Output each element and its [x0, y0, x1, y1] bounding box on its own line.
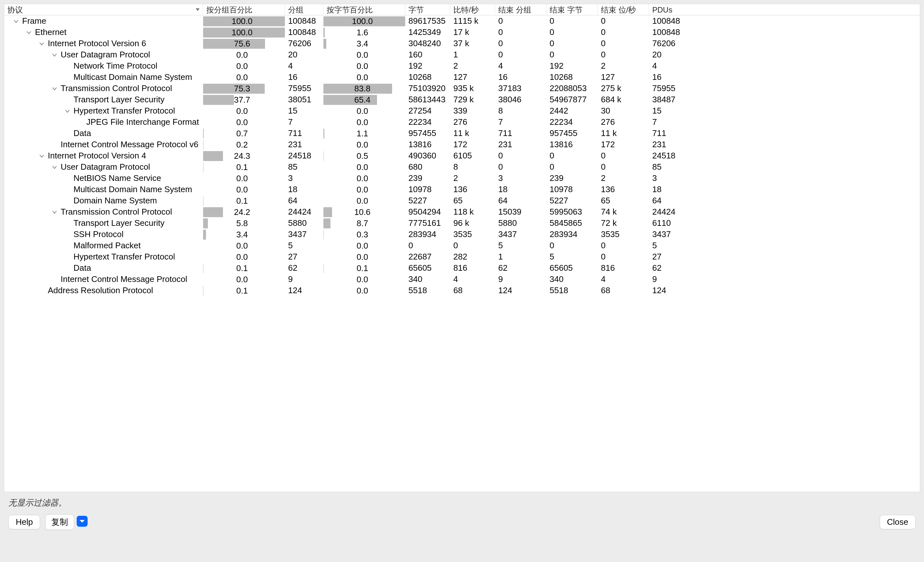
pct-bytes-cell: 1.6 [323, 28, 405, 37]
table-row[interactable]: Malformed Packet0.050.0005005 [4, 240, 920, 251]
disclosure-triangle-icon[interactable] [52, 209, 57, 215]
end-packets-cell: 5 [495, 240, 546, 251]
end-bytes-cell: 5845865 [546, 217, 598, 229]
table-row[interactable]: Network Time Protocol0.040.01922419224 [4, 60, 920, 72]
table-row[interactable]: Internet Protocol Version 675.6762063.43… [4, 38, 920, 49]
pct-packets-cell: 75.6 [203, 39, 285, 49]
pct-bytes-cell: 83.8 [323, 84, 405, 94]
pct-bytes-cell: 0.0 [323, 50, 405, 60]
pct-bytes-cell: 3.4 [323, 39, 405, 49]
disclosure-triangle-icon [64, 220, 70, 226]
pdus-cell: 6110 [649, 217, 700, 229]
protocol-name: Transmission Control Protocol [61, 207, 172, 217]
end-bps-cell: 2 [598, 60, 649, 72]
column-header-bps[interactable]: 比特/秒 [450, 4, 495, 15]
table-row[interactable]: Data0.1620.165605816626560581662 [4, 262, 920, 274]
table-row[interactable]: Internet Control Message Protocol0.090.0… [4, 274, 920, 285]
disclosure-triangle-icon [64, 63, 70, 69]
end-bytes-cell: 10268 [546, 72, 598, 83]
table-row[interactable]: Hypertext Transfer Protocol0.0150.027254… [4, 105, 920, 117]
percent-text: 0.0 [203, 106, 281, 116]
help-button[interactable]: Help [8, 515, 40, 529]
pct-bytes-cell: 0.0 [323, 252, 405, 262]
table-row[interactable]: Hypertext Transfer Protocol0.0270.022687… [4, 251, 920, 262]
table-row[interactable]: Multicast Domain Name System0.0160.01026… [4, 72, 920, 83]
table-row[interactable]: Transmission Control Protocol75.37595583… [4, 83, 920, 94]
end-bps-cell: 0 [598, 38, 649, 49]
disclosure-triangle-icon[interactable] [39, 41, 45, 46]
protocol-name: Hypertext Transfer Protocol [74, 106, 175, 116]
end-bytes-cell: 0 [546, 38, 598, 49]
column-header-end-bps[interactable]: 结束 位/秒 [598, 4, 649, 15]
table-row[interactable]: Ethernet100.01008481.6142534917 k0001008… [4, 27, 920, 38]
table-row[interactable]: Frame100.0100848100.0896175351115 k00010… [4, 15, 920, 27]
table-row[interactable]: Transmission Control Protocol24.22442410… [4, 206, 920, 217]
bytes-cell: 7775161 [405, 217, 450, 229]
pdus-cell: 7 [649, 117, 700, 128]
copy-dropdown-button[interactable] [76, 516, 88, 527]
disclosure-triangle-icon[interactable] [39, 153, 45, 159]
disclosure-triangle-icon[interactable] [13, 18, 19, 24]
disclosure-triangle-icon[interactable] [26, 30, 32, 35]
packets-cell: 100848 [285, 27, 323, 38]
column-header-packets[interactable]: 分组 [285, 4, 323, 15]
column-header-pct-bytes[interactable]: 按字节百分比 [323, 4, 405, 15]
end-bps-cell: 0 [598, 27, 649, 38]
table-row[interactable]: Domain Name System0.1640.052276564522765… [4, 195, 920, 206]
packets-cell: 24518 [285, 150, 323, 161]
disclosure-triangle-icon[interactable] [52, 164, 57, 170]
pct-bytes-cell: 10.6 [323, 207, 405, 217]
percent-text: 0.0 [203, 72, 281, 82]
end-packets-cell: 38046 [495, 94, 546, 105]
end-bytes-cell: 0 [546, 240, 598, 251]
disclosure-triangle-icon[interactable] [64, 108, 70, 114]
bps-cell: 11 k [450, 128, 495, 139]
protocol-name: Malformed Packet [74, 241, 141, 250]
table-row[interactable]: Internet Protocol Version 424.3245180.54… [4, 150, 920, 161]
close-button[interactable]: Close [880, 515, 916, 529]
column-header-bytes[interactable]: 字节 [405, 4, 450, 15]
column-header-protocol[interactable]: 协议 [4, 4, 203, 15]
table-row[interactable]: Data0.77111.195745511 k71195745511 k711 [4, 128, 920, 139]
bps-cell: 2 [450, 172, 495, 184]
bps-cell: 8 [450, 161, 495, 172]
table-row[interactable]: Address Resolution Protocol0.11240.05518… [4, 285, 920, 296]
copy-button[interactable]: 复制 [45, 514, 74, 530]
percent-text: 0.0 [203, 61, 281, 71]
disclosure-triangle-icon[interactable] [52, 52, 57, 58]
table-row[interactable]: JPEG File Interchange Format0.070.022234… [4, 117, 920, 128]
table-row[interactable]: Internet Control Message Protocol v60.22… [4, 139, 920, 150]
filter-status-text: 无显示过滤器。 [4, 492, 920, 511]
end-bps-cell: 65 [598, 195, 649, 206]
table-row[interactable]: NetBIOS Name Service0.030.02392323923 [4, 172, 920, 184]
table-row[interactable]: Multicast Domain Name System0.0180.01097… [4, 184, 920, 195]
end-bps-cell: 127 [598, 72, 649, 83]
pdus-cell: 16 [649, 72, 700, 83]
packets-cell: 38051 [285, 94, 323, 105]
protocol-name: User Datagram Protocol [61, 50, 150, 60]
percent-text: 8.7 [323, 219, 401, 228]
column-header-pct-packets[interactable]: 按分组百分比 [203, 4, 285, 15]
column-header-end-packets[interactable]: 结束 分组 [495, 4, 546, 15]
disclosure-triangle-icon[interactable] [52, 85, 57, 91]
column-header-end-bytes[interactable]: 结束 字节 [546, 4, 598, 15]
disclosure-triangle-icon [64, 232, 70, 237]
percent-text: 75.3 [203, 84, 281, 94]
protocol-name: Address Resolution Protocol [48, 285, 153, 295]
bps-cell: 816 [450, 262, 495, 274]
table-row[interactable]: Transport Layer Security5.858808.7777516… [4, 217, 920, 229]
bytes-cell: 13816 [405, 139, 450, 150]
table-row[interactable]: User Datagram Protocol0.0200.0160100020 [4, 49, 920, 60]
protocol-hierarchy-table[interactable]: 协议 按分组百分比 分组 按字节百分比 字节 比特/秒 结束 分组 结束 字节 … [4, 4, 920, 492]
table-row[interactable]: SSH Protocol3.434370.3283934353534372839… [4, 229, 920, 240]
table-row[interactable]: User Datagram Protocol0.1850.0680800085 [4, 161, 920, 172]
column-header-pdus[interactable]: PDUs [649, 4, 700, 15]
pct-bytes-cell: 0.0 [323, 117, 405, 127]
packets-cell: 24424 [285, 206, 323, 217]
end-packets-cell: 0 [495, 150, 546, 161]
bps-cell: 2 [450, 60, 495, 72]
packets-cell: 5880 [285, 217, 323, 229]
packets-cell: 27 [285, 251, 323, 262]
pdus-cell: 38487 [649, 94, 700, 105]
table-row[interactable]: Transport Layer Security37.73805165.4586… [4, 94, 920, 105]
